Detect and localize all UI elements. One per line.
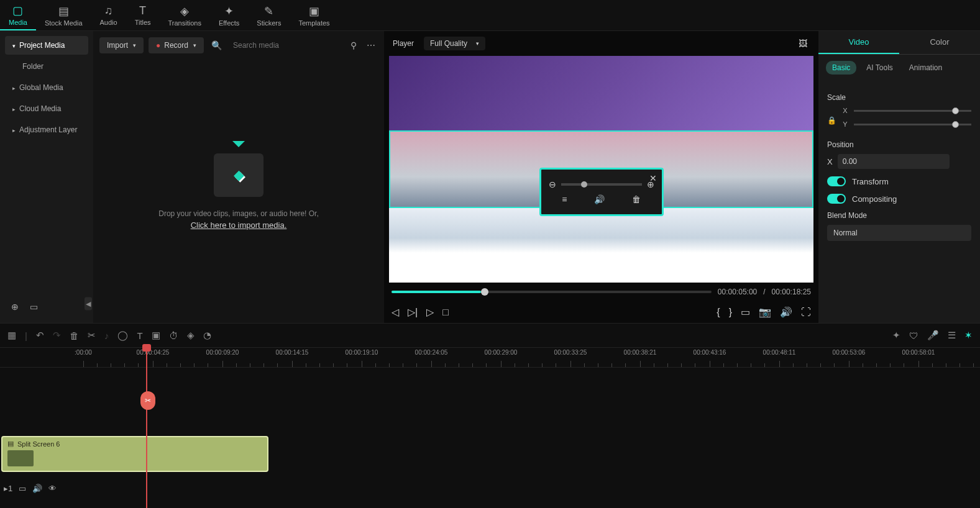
position-x-input[interactable] [838,154,950,169]
fullscreen-icon[interactable]: ⛶ [801,307,811,318]
nav-effects[interactable]: ✦Effects [210,0,248,30]
clip-thumbnail [7,450,34,466]
mic-icon[interactable]: 🎤 [927,330,939,341]
search-input[interactable] [229,37,343,53]
cut-button[interactable]: ✂ [88,330,96,341]
stock-icon: ▤ [58,4,69,18]
sidebar-adjustment-layer[interactable]: ▸Adjustment Layer [5,120,88,139]
scale-y-slider[interactable] [854,124,971,125]
audio-sync-icon[interactable]: ♪ [104,330,109,341]
split-pane-top [389,56,813,130]
drop-text: Drop your video clips, images, or audio … [158,209,318,218]
playhead[interactable] [146,348,147,508]
player-viewport[interactable]: ✕ ⊖ ⊕ ≡ 🔊 🗑 [389,56,813,283]
nav-stock-media[interactable]: ▤Stock Media [36,0,91,30]
snapshot-icon[interactable]: 🖼 [796,36,810,51]
track-mute-icon[interactable]: 🔊 [32,484,42,493]
subtab-animation[interactable]: Animation [903,61,948,75]
record-button[interactable]: ●Record▾ [149,37,204,53]
media-icon: ▢ [12,4,23,17]
volume-icon[interactable]: 🔊 [594,194,605,204]
import-media-link[interactable]: Click here to import media. [191,220,287,230]
sidebar-cloud-media[interactable]: ▸Cloud Media [5,99,88,118]
mark-in-button[interactable]: { [717,307,720,318]
timeline-panel: ▦ | ↶ ↷ 🗑 ✂ ♪ ◯ T ▣ ⏱ ◈ ◔ ✦ 🛡 🎤 ☰ ✶ :00:… [0,323,980,508]
subtab-basic[interactable]: Basic [826,61,856,75]
delete-button[interactable]: 🗑 [70,330,79,341]
play-button[interactable]: ▷ [426,306,434,318]
timeline-clip[interactable]: ▤Split Screen 6 [1,436,268,472]
sidebar-folder[interactable]: Folder [5,57,88,76]
current-time: 00:00:05:00 [718,288,757,296]
topnav: ▢Media ▤Stock Media ♫Audio TTitles ◈Tran… [0,0,980,31]
titles-icon: T [139,4,146,17]
settings-icon[interactable]: ≡ [562,194,567,204]
nav-transitions[interactable]: ◈Transitions [160,0,210,30]
camera-icon[interactable]: 📷 [759,306,771,318]
sidebar: ▾Project Media Folder ▸Global Media ▸Clo… [0,31,93,323]
media-drop-zone[interactable]: Drop your video clips, images, or audio … [93,60,384,323]
quality-select[interactable]: Full Quality▾ [424,37,485,50]
keyframe-icon[interactable]: ◔ [203,330,211,341]
record-dot-icon: ● [156,41,160,50]
lock-icon[interactable]: 🔒 [827,116,836,125]
more-icon[interactable]: ⋯ [364,38,378,53]
zoom-slider[interactable] [561,183,642,186]
nav-titles[interactable]: TTitles [126,0,160,30]
player-title: Player [393,39,414,48]
cut-marker[interactable]: ✂ [140,391,155,410]
track-visible-icon[interactable]: 👁 [48,484,57,493]
crop-icon[interactable]: ▣ [152,330,160,341]
blend-mode-select[interactable]: Normal [827,225,971,241]
import-button[interactable]: Import▾ [99,37,144,53]
audio-icon[interactable]: 🔊 [780,306,792,318]
ai-icon[interactable]: ✶ [964,330,973,341]
undo-button[interactable]: ↶ [36,330,44,341]
effects-icon: ✦ [224,4,234,18]
progress-thumb[interactable] [481,288,488,296]
redo-button[interactable]: ↷ [53,330,61,341]
list-icon[interactable]: ☰ [948,330,956,341]
track-lock-icon[interactable]: ▭ [19,484,26,493]
total-time: 00:00:18:25 [772,288,811,296]
folder-icon[interactable]: ▭ [27,299,40,314]
tab-video[interactable]: Video [818,31,899,54]
nav-templates[interactable]: ▣Templates [290,0,338,30]
transform-toggle[interactable] [827,176,846,186]
display-icon[interactable]: ▭ [741,306,750,318]
close-icon[interactable]: ✕ [649,173,657,183]
scale-x-slider[interactable] [854,110,971,112]
nav-stickers[interactable]: ✎Stickers [248,0,290,30]
mark-out-button[interactable]: } [729,307,732,318]
media-panel: Import▾ ●Record▾ 🔍 ⚲ ⋯ Drop your video c… [93,31,384,323]
track-video-icon[interactable]: ▸1 [4,484,12,493]
color-icon[interactable]: ◈ [187,330,195,341]
tab-color[interactable]: Color [899,31,980,54]
sidebar-project-media[interactable]: ▾Project Media [5,36,88,55]
subtab-ai-tools[interactable]: AI Tools [860,61,899,75]
drop-folder-icon [214,153,263,197]
compositing-toggle[interactable] [827,194,846,204]
grid-icon[interactable]: ▦ [7,330,16,341]
stop-button[interactable]: □ [442,307,449,318]
prev-frame-button[interactable]: ◁ [392,306,399,318]
enhance-icon[interactable]: ✦ [892,330,900,341]
add-folder-icon[interactable]: ⊕ [9,299,21,314]
nav-audio[interactable]: ♫Audio [91,0,126,30]
next-frame-button[interactable]: ▷| [408,306,418,318]
delete-icon[interactable]: 🗑 [632,194,641,204]
sidebar-global-media[interactable]: ▸Global Media [5,78,88,97]
scale-label: Scale [827,93,971,102]
speed-icon[interactable]: ⏱ [169,330,178,341]
player-panel: Player Full Quality▾ 🖼 ✕ ⊖ ⊕ ≡ 🔊 🗑 [384,31,818,323]
progress-bar[interactable] [392,291,712,293]
marker-icon[interactable]: 🛡 [909,330,918,341]
nav-media[interactable]: ▢Media [0,0,36,30]
mask-icon[interactable]: ◯ [117,330,128,341]
transitions-icon: ◈ [180,4,189,18]
filter-icon[interactable]: ⚲ [348,38,359,53]
zoom-out-icon[interactable]: ⊖ [549,179,556,189]
text-icon[interactable]: T [137,330,142,341]
timeline-ruler[interactable]: :00:0000:00:04:2500:00:09:2000:00:14:150… [0,348,980,368]
collapse-sidebar-button[interactable]: ◀ [85,297,92,311]
